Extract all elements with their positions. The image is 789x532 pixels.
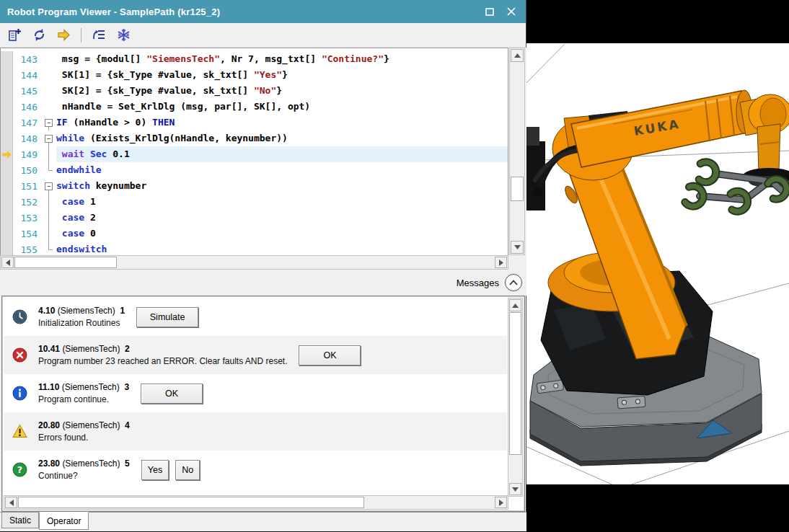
code-line[interactable]: 146 nHandle = Set_KrlDlg (msg, par[], SK… bbox=[1, 99, 508, 115]
message-code-line: 11.10 (SiemensTech) 3 bbox=[38, 382, 129, 392]
code-editor[interactable]: 143 msg = {modul[] "SiemensTech", Nr 7, … bbox=[0, 48, 508, 255]
message-text: Continue? bbox=[38, 471, 130, 481]
no-button[interactable]: No bbox=[175, 460, 200, 480]
fold-margin bbox=[42, 194, 56, 210]
code-text: wait Sec 0.1 bbox=[56, 146, 508, 162]
code-line[interactable]: 143 msg = {modul[] "SiemensTech", Nr 7, … bbox=[1, 51, 508, 67]
fold-collapse-icon[interactable]: − bbox=[42, 178, 56, 194]
message-row: 23.80 (SiemensTech) 5Continue?YesNo bbox=[4, 451, 507, 489]
scroll-right-arrow-icon[interactable] bbox=[495, 257, 507, 268]
breakpoint-margin[interactable] bbox=[1, 194, 13, 210]
window-title: Robot Program Viewer - SamplePath (kr125… bbox=[0, 6, 220, 17]
close-button[interactable] bbox=[506, 6, 517, 17]
code-text: case 2 bbox=[56, 210, 508, 226]
code-horizontal-scrollbar[interactable] bbox=[0, 255, 508, 270]
code-text: case 1 bbox=[56, 194, 508, 210]
line-number: 153 bbox=[13, 213, 42, 223]
code-line[interactable]: 145 SK[2] = {sk_Type #value, sk_txt[] "N… bbox=[1, 83, 508, 99]
application: Robot Program Viewer - SamplePath (kr125… bbox=[0, 0, 789, 532]
line-number: 149 bbox=[13, 149, 42, 160]
code-line[interactable]: 144 SK[1] = {sk_Type #value, sk_txt[] "Y… bbox=[1, 67, 508, 83]
message-text: Errors found. bbox=[38, 433, 130, 443]
messages-header: Messages bbox=[0, 270, 526, 296]
warning-icon bbox=[12, 424, 27, 439]
freeze-snowflake-icon[interactable] bbox=[115, 27, 132, 44]
code-line[interactable]: 152 case 1 bbox=[1, 194, 508, 210]
breakpoint-margin[interactable] bbox=[1, 210, 13, 226]
messages-horizontal-scrollbar[interactable] bbox=[4, 495, 508, 510]
fold-margin bbox=[42, 146, 56, 162]
message-code-line: 23.80 (SiemensTech) 5 bbox=[38, 458, 130, 469]
line-number: 148 bbox=[13, 133, 42, 144]
robot-3d-viewport[interactable]: KUKA bbox=[526, 0, 789, 532]
breakpoint-margin[interactable] bbox=[1, 241, 13, 255]
letterbox-bottom bbox=[526, 484, 789, 532]
code-line[interactable]: 150endwhile bbox=[1, 162, 508, 178]
scroll-thumb[interactable] bbox=[511, 177, 524, 201]
ok-button[interactable]: OK bbox=[299, 345, 361, 365]
message-row: 4.10 (SiemensTech) 1Initialization Routi… bbox=[4, 298, 507, 336]
fold-margin bbox=[42, 67, 56, 83]
code-line[interactable]: 151−switch keynumber bbox=[1, 178, 508, 194]
messages-vertical-scrollbar[interactable] bbox=[508, 298, 523, 497]
code-line[interactable]: 153 case 2 bbox=[1, 210, 508, 226]
scroll-thumb[interactable] bbox=[14, 257, 117, 268]
scroll-right-arrow-icon[interactable] bbox=[495, 497, 507, 508]
breakpoint-margin[interactable] bbox=[1, 67, 13, 83]
scroll-left-arrow-icon[interactable] bbox=[5, 497, 17, 508]
breakpoint-margin[interactable] bbox=[1, 178, 13, 194]
fold-margin bbox=[42, 226, 56, 241]
breakpoint-margin[interactable] bbox=[1, 83, 13, 99]
message-texts: 4.10 (SiemensTech) 1Initialization Routi… bbox=[38, 306, 125, 328]
breakpoint-margin[interactable] bbox=[1, 226, 13, 241]
breakpoint-margin[interactable] bbox=[1, 51, 13, 67]
bottom-tabstrip: StaticOperator bbox=[0, 512, 526, 531]
simulate-button[interactable]: Simulate bbox=[136, 307, 198, 327]
maximize-button[interactable] bbox=[484, 6, 495, 17]
collapse-messages-button[interactable] bbox=[505, 274, 522, 291]
scroll-down-arrow-icon[interactable] bbox=[509, 483, 521, 495]
tab-operator[interactable]: Operator bbox=[39, 512, 89, 530]
step-arrow-icon[interactable] bbox=[55, 27, 72, 44]
line-number: 147 bbox=[13, 118, 42, 128]
fold-collapse-icon[interactable]: − bbox=[42, 115, 56, 130]
code-line[interactable]: 149 wait Sec 0.1 bbox=[1, 146, 508, 162]
refresh-icon[interactable] bbox=[30, 27, 48, 44]
fold-margin bbox=[42, 99, 56, 115]
code-panel: 143 msg = {modul[] "SiemensTech", Nr 7, … bbox=[0, 48, 526, 270]
scroll-thumb[interactable] bbox=[509, 312, 521, 455]
clock-icon bbox=[12, 309, 27, 324]
scroll-up-arrow-icon[interactable] bbox=[509, 299, 521, 311]
breakpoint-margin[interactable] bbox=[1, 99, 13, 115]
tab-static[interactable]: Static bbox=[1, 513, 39, 528]
code-text: while (Exists_KrlDlg(nHandle, keynumber)… bbox=[56, 130, 508, 146]
code-line[interactable]: 154 case 0 bbox=[1, 226, 508, 241]
breakpoint-margin[interactable] bbox=[1, 130, 13, 146]
fold-margin bbox=[42, 162, 56, 178]
code-text: endswitch bbox=[56, 241, 508, 255]
ok-button[interactable]: OK bbox=[141, 384, 203, 404]
add-program-icon[interactable] bbox=[6, 27, 23, 44]
code-line[interactable]: 147−IF (nHandle > 0) THEN bbox=[1, 115, 508, 130]
scroll-thumb[interactable] bbox=[18, 497, 364, 508]
code-line[interactable]: 148−while (Exists_KrlDlg(nHandle, keynum… bbox=[1, 130, 508, 146]
fold-collapse-icon[interactable]: − bbox=[42, 130, 56, 146]
code-text: SK[2] = {sk_Type #value, sk_txt[] "No"} bbox=[56, 83, 508, 99]
breakpoint-margin[interactable] bbox=[1, 115, 13, 130]
letterbox-top bbox=[526, 0, 789, 43]
titlebar[interactable]: Robot Program Viewer - SamplePath (kr125… bbox=[0, 0, 526, 23]
code-text: SK[1] = {sk_Type #value, sk_txt[] "Yes"} bbox=[56, 67, 508, 83]
code-vertical-scrollbar[interactable] bbox=[509, 48, 525, 255]
code-line[interactable]: 155endswitch bbox=[1, 241, 508, 255]
line-number: 146 bbox=[13, 102, 42, 112]
code-text: switch keynumber bbox=[56, 178, 508, 194]
breakpoint-margin[interactable] bbox=[1, 162, 13, 178]
execution-pointer-arrow-icon[interactable] bbox=[1, 146, 13, 162]
scroll-up-arrow-icon[interactable] bbox=[511, 49, 524, 62]
scroll-down-arrow-icon[interactable] bbox=[511, 241, 524, 254]
scroll-left-arrow-icon[interactable] bbox=[1, 257, 14, 268]
yes-button[interactable]: Yes bbox=[141, 460, 169, 480]
toolbar bbox=[0, 23, 526, 48]
message-texts: 20.80 (SiemensTech) 4Errors found. bbox=[38, 420, 130, 443]
goto-trace-icon[interactable] bbox=[90, 27, 107, 44]
